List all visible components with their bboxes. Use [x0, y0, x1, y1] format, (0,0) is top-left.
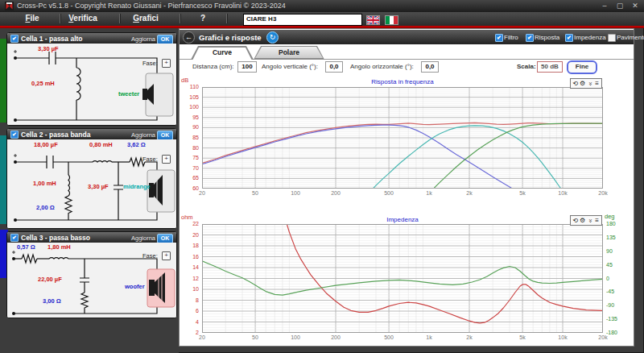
tab-curve[interactable]: Curve [191, 46, 254, 60]
cell-1-aggiorna-label[interactable]: Aggiorna [131, 35, 155, 43]
impedenza-checkbox[interactable]: ✔ [565, 34, 573, 42]
x-tick-label: 1k [419, 190, 439, 196]
collapse-icon[interactable]: » [586, 217, 594, 224]
cell-2-aggiorna-label[interactable]: Aggiorna [131, 131, 155, 139]
driver-label: midrange [123, 183, 151, 190]
pavimento-checkbox[interactable] [608, 34, 616, 42]
x-tick-label: 2k [460, 190, 479, 196]
y-right-tick-label: -45 [606, 289, 625, 294]
component-label: 0,57 Ω [17, 243, 35, 251]
cell-3-aggiorna-label[interactable]: Aggiorna [131, 235, 155, 242]
impedenza-fase-curve [202, 261, 603, 295]
x-tick-label: 100 [286, 190, 305, 196]
tab-curve-label: Curve [192, 47, 253, 59]
fine-button[interactable]: Fine [567, 60, 597, 74]
cell-2-ok-button[interactable]: OK [157, 131, 173, 140]
chart-title: Impedenza [202, 216, 603, 223]
y-tick-label: 90 [180, 124, 199, 130]
fase-label: Fase: [142, 156, 158, 163]
refresh-icon[interactable]: ⟲ [572, 80, 579, 88]
x-tick-label: 200 [326, 190, 345, 196]
angolo-orizzontale-label: Angolo orizzontale (°): [350, 63, 414, 70]
filtro-checkbox[interactable]: ✔ [495, 34, 503, 42]
uk-flag-icon[interactable] [366, 15, 380, 25]
menu-help[interactable]: ? [179, 14, 227, 25]
x-tick-label: 500 [379, 334, 398, 340]
menu-verifica[interactable]: Verifica [59, 14, 107, 25]
y-tick-label: 4 [180, 319, 199, 325]
y-tick-label: 65 [180, 175, 199, 181]
x-tick-label: 2k [460, 334, 479, 340]
angolo-verticale-input[interactable]: 0,0 [325, 61, 343, 73]
y-right-tick-label: 135 [606, 235, 625, 240]
component-label: 3,30 µF [88, 183, 109, 190]
chart-title: Risposta in frequenza [202, 78, 603, 85]
y-right-unit: deg [605, 213, 624, 220]
cell-1-ok-button[interactable]: OK [157, 35, 173, 44]
component-label: 0,25 mH [31, 80, 55, 87]
globe-icon[interactable] [626, 15, 636, 24]
refresh-icon[interactable]: ⟲ [572, 217, 579, 225]
y-right-tick-label: -135 [606, 316, 625, 322]
scala-value-box[interactable]: 50 dB [537, 61, 563, 73]
tab-polare[interactable]: Polare [254, 46, 324, 60]
y-right-tick-label: 180 [606, 221, 625, 226]
y-tick-label: 22 [180, 221, 199, 226]
menu-grafici[interactable]: Grafici [122, 14, 170, 25]
cell-3-circuit: 0,57 Ω 1,80 mH 22,00 µF 3,00 Ω woofer Fa… [7, 243, 176, 318]
y-right-tick-label: 45 [606, 262, 625, 268]
risposta-checkbox[interactable]: ✔ [526, 34, 534, 42]
italy-flag-icon[interactable] [385, 15, 398, 25]
graphs-panel-title: Grafici e risposte [199, 33, 262, 42]
angolo-orizzontale-input[interactable]: 0,0 [421, 61, 439, 73]
cell-2-checkbox[interactable]: ✔ [10, 131, 19, 139]
driver-label: woofer [125, 283, 145, 290]
x-tick-label: 50 [246, 334, 265, 340]
component-label: 0,80 mH [89, 141, 113, 148]
title-bar: Cross-Pc v5.1.8 - Copyright Renato Giuss… [0, 0, 644, 12]
refresh-icon[interactable]: ↻ [266, 31, 279, 44]
menu-icon[interactable]: ≡ [593, 217, 601, 225]
cell-3-checkbox[interactable]: ✔ [10, 234, 19, 242]
cell-2-circuit: 18,00 µF 0,80 mH 3,62 Ω 1,00 mH 2,00 Ω 3… [7, 139, 176, 228]
frequency-response-plot [202, 87, 603, 189]
project-name-input[interactable]: CIARE H3 [243, 14, 362, 26]
distanza-input[interactable]: 100 [237, 61, 257, 73]
component-label: 2,00 Ω [36, 204, 55, 211]
y-tick-label: 95 [180, 114, 199, 120]
x-tick-label: 1k [419, 334, 439, 340]
back-icon[interactable]: ← [183, 31, 195, 44]
toggle-label: Filtro [504, 34, 518, 41]
x-tick-label: 20k [593, 190, 613, 196]
cell-2-fase-button[interactable]: + [162, 155, 171, 164]
frequency-response-chart: Risposta in frequenza dB ⟲ ⚙ » ≡ 2050100… [202, 87, 603, 189]
graphs-panel: ← Grafici e risposte ↻ ✔ Filtro ✔ Rispos… [179, 28, 634, 347]
cell-3-fase-button[interactable]: + [162, 251, 171, 260]
scala-label: Scala: [517, 63, 536, 70]
distanza-label: Distanza (cm): [192, 63, 234, 70]
y-tick-label: 100 [180, 104, 199, 110]
collapse-icon[interactable]: » [586, 80, 594, 87]
maximize-button[interactable]: ▢ [614, 2, 625, 10]
cell-1-title: Cella 1 - passa alto [21, 35, 83, 43]
toggle-label: Pavimento [617, 34, 644, 41]
menu-icon[interactable]: ≡ [593, 80, 601, 88]
toggle-label: Impedenza [574, 34, 606, 41]
component-label: 3,30 µF [38, 45, 59, 52]
y-tick-label: 75 [180, 155, 199, 160]
cell-1-checkbox[interactable]: ✔ [10, 35, 19, 43]
cell-3-ok-button[interactable]: OK [157, 234, 173, 243]
y-tick-label: 16 [180, 254, 199, 260]
minimize-button[interactable]: – [599, 2, 610, 10]
menu-file[interactable]: File [8, 14, 56, 25]
fase-label: Fase: [142, 60, 158, 67]
app-window: Cross-Pc v5.1.8 - Copyright Renato Giuss… [0, 0, 644, 353]
x-tick-label: 20 [192, 190, 212, 196]
tab-polare-label: Polare [254, 47, 324, 59]
close-button[interactable]: ✕ [630, 2, 641, 10]
x-tick-label: 10k [553, 190, 572, 196]
x-tick-label: 100 [286, 334, 305, 340]
y-right-tick-label: 90 [606, 248, 625, 254]
cell-1-fase-button[interactable]: + [162, 59, 171, 68]
cell-1-circuit: 3,30 µF 0,25 mH tweeter Fase: + [7, 44, 176, 125]
